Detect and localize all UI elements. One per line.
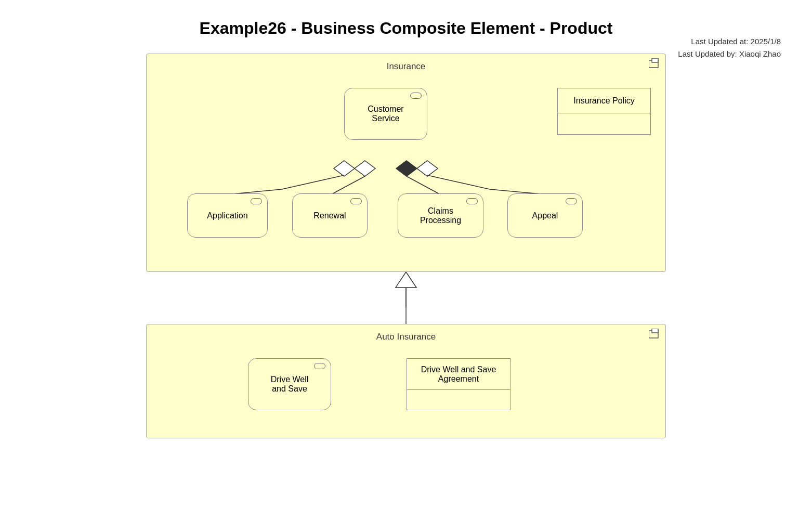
customer-service-icon — [410, 93, 422, 99]
insurance-policy-label: Insurance Policy — [558, 88, 650, 113]
application-node[interactable]: Application — [187, 193, 268, 238]
last-updated-by: Last Updated by: Xiaoqi Zhao — [678, 48, 781, 60]
renewal-icon — [350, 198, 362, 204]
application-label: Application — [207, 211, 247, 220]
diamond-claims — [396, 161, 417, 176]
inheritance-svg — [146, 272, 666, 324]
diamond-left — [334, 161, 355, 176]
svg-rect-6 — [652, 329, 658, 333]
line-appeal-right — [427, 175, 490, 189]
svg-marker-3 — [396, 272, 416, 288]
insurance-policy-body — [558, 113, 650, 134]
auto-insurance-container: Auto Insurance Drive Well and Save Drive… — [146, 324, 666, 438]
appeal-node[interactable]: Appeal — [507, 193, 583, 238]
claims-processing-icon — [466, 198, 478, 204]
insurance-container: Insurance — [146, 54, 666, 272]
customer-service-node[interactable]: Customer Service — [344, 88, 427, 140]
internal-connectors — [147, 54, 665, 271]
last-updated-at: Last Updated at: 2025/1/8 — [678, 35, 781, 48]
auto-insurance-label: Auto Insurance — [147, 332, 665, 342]
drive-well-save-label: Drive Well and Save — [271, 375, 309, 394]
claims-processing-node[interactable]: Claims Processing — [398, 193, 483, 238]
svg-rect-1 — [652, 58, 658, 62]
drive-well-save-agreement-label: Drive Well and Save Agreement — [407, 359, 510, 390]
diagram-area: Insurance — [120, 54, 692, 438]
inheritance-connector — [146, 272, 666, 324]
drive-well-save-icon — [314, 363, 325, 369]
appeal-icon — [566, 198, 577, 204]
renewal-label: Renewal — [313, 211, 346, 220]
application-icon — [251, 198, 262, 204]
line-renewal — [331, 176, 365, 194]
frame-icon — [649, 58, 661, 69]
line-app-left — [282, 175, 344, 189]
auto-frame-icon — [649, 329, 661, 339]
claims-processing-label: Claims Processing — [420, 206, 461, 225]
line-claims — [407, 176, 440, 194]
renewal-node[interactable]: Renewal — [292, 193, 368, 238]
customer-service-label: Customer Service — [368, 105, 403, 123]
drive-well-save-node[interactable]: Drive Well and Save — [248, 358, 331, 410]
drive-well-save-agreement-node[interactable]: Drive Well and Save Agreement — [407, 358, 510, 410]
diamond-right — [417, 161, 438, 176]
diamond-renewal — [355, 161, 375, 176]
insurance-label: Insurance — [147, 61, 665, 72]
appeal-label: Appeal — [532, 211, 558, 220]
insurance-policy-node[interactable]: Insurance Policy — [557, 88, 651, 135]
meta-info: Last Updated at: 2025/1/8 Last Updated b… — [678, 35, 781, 60]
drive-well-save-agreement-body — [407, 390, 510, 410]
